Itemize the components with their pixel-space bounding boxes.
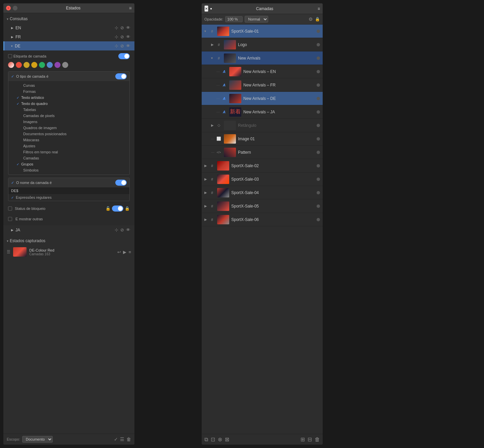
menu-icon[interactable]: ≡ xyxy=(129,5,132,11)
camadas-min-button[interactable] xyxy=(210,8,212,9)
swatch-purple[interactable] xyxy=(54,62,61,68)
ja-target-icon[interactable]: ⊹ xyxy=(115,227,118,232)
sportx3-expand[interactable]: ▶ xyxy=(204,177,209,181)
filter-formas[interactable]: Formas xyxy=(8,88,129,95)
sportx5-dot[interactable] xyxy=(317,204,320,208)
filter-curvas[interactable]: Curvas xyxy=(8,82,129,88)
filter-documentos[interactable]: Documentos posicionados xyxy=(8,131,129,137)
layer-newarr[interactable]: ▾ # New Arrivals xyxy=(202,51,323,65)
layer-tag-checkbox[interactable] xyxy=(8,54,12,58)
type-filter-header[interactable]: ✓ O tipo de camada é xyxy=(8,72,129,81)
layer-pattern[interactable]: — </> Pattern xyxy=(202,146,323,159)
filter-pixels[interactable]: Camadas de pixels xyxy=(8,113,129,119)
type-filter-toggle[interactable] xyxy=(115,73,127,79)
layer-image01[interactable]: — ⬜ Image 01 xyxy=(202,132,323,146)
show-others-checkbox[interactable] xyxy=(8,217,12,221)
minimize-button[interactable] xyxy=(13,6,17,10)
pattern-dot[interactable] xyxy=(317,151,320,154)
filter-grupos[interactable]: ✓Grupos xyxy=(8,161,129,167)
rect-expand[interactable]: ▶ xyxy=(211,123,216,127)
cam-fx-clear-icon[interactable]: ⊗ xyxy=(218,436,222,443)
de-target-icon[interactable]: ⊹ xyxy=(115,43,118,48)
image01-expand[interactable]: — xyxy=(211,137,216,141)
cam-duplicate-icon[interactable]: ⧉ xyxy=(204,437,208,443)
consultas-section-header[interactable]: ▾ Consultas xyxy=(3,14,134,23)
layer-newarr-fr[interactable]: — A New Arrivals – FR xyxy=(202,78,323,92)
footer-list-icon[interactable]: ☰ xyxy=(120,437,124,442)
blend-mode-select[interactable]: Normal Multiply Screen xyxy=(245,16,268,23)
en-filter-icon[interactable]: ⊘ xyxy=(120,25,124,30)
footer-apply-icon[interactable]: ✓ xyxy=(114,437,118,442)
query-row-ja[interactable]: ▶ JA ⊹ ⊘ 👁 xyxy=(3,225,134,234)
de-filter-icon[interactable]: ⊘ xyxy=(120,43,124,48)
newarren-expand[interactable]: — xyxy=(216,70,221,73)
layer-sportx1[interactable]: ▾ # SportX-Sale-01 xyxy=(202,25,323,38)
filter-camadas[interactable]: Camadas xyxy=(8,155,129,161)
ja-filter-icon[interactable]: ⊘ xyxy=(120,227,124,232)
filter-texto-quadro[interactable]: ✓Texto do quadro xyxy=(8,101,129,107)
newarr-dot[interactable] xyxy=(317,57,320,60)
en-target-icon[interactable]: ⊹ xyxy=(115,25,118,30)
newarren-dot[interactable] xyxy=(317,70,320,73)
layer-sportx4[interactable]: ▶ # SportX-Sale-04 xyxy=(202,186,323,199)
ja-eye-icon[interactable]: 👁 xyxy=(126,227,130,232)
lock-open-icon[interactable]: 🔓 xyxy=(106,206,111,211)
layer-sportx3[interactable]: ▶ # SportX-Sale-03 xyxy=(202,173,323,186)
more-icon[interactable]: ≡ xyxy=(128,250,131,255)
cam-hatching-icon[interactable]: ⊠ xyxy=(225,436,229,443)
sportx5-expand[interactable]: ▶ xyxy=(204,204,209,208)
newarrde-expand[interactable]: — xyxy=(216,97,221,100)
lock-closed-icon[interactable]: 🔒 xyxy=(125,206,130,211)
pattern-expand[interactable]: — xyxy=(211,150,216,154)
newarrfr-dot[interactable] xyxy=(317,83,320,87)
filter-texto-artistico[interactable]: ✓Texto artístico xyxy=(8,95,129,101)
newarr-expand[interactable]: ▾ xyxy=(211,56,216,60)
filter-filtros[interactable]: Filtros em tempo real xyxy=(8,149,129,155)
close-button[interactable]: × xyxy=(6,6,11,10)
cam-delete-icon[interactable]: 🗑 xyxy=(315,437,320,443)
swatch-gray[interactable] xyxy=(62,62,68,68)
camadas-menu-icon[interactable]: ≡ xyxy=(318,6,320,11)
newarrja-expand[interactable]: — xyxy=(216,110,221,114)
sportx4-expand[interactable]: ▶ xyxy=(204,191,209,194)
newarrfr-expand[interactable]: — xyxy=(216,83,221,87)
query-row-fr[interactable]: ▶ FR ⊹ ⊘ 👁 xyxy=(3,32,134,41)
sportx6-expand[interactable]: ▶ xyxy=(204,218,209,221)
layer-newarr-en[interactable]: — A New Arrivals – EN xyxy=(202,65,323,78)
swatch-orange[interactable] xyxy=(24,62,30,68)
de-eye-icon[interactable]: 👁 xyxy=(126,43,130,48)
sportx4-dot[interactable] xyxy=(317,191,320,194)
swatch-red[interactable] xyxy=(16,62,22,68)
undo-icon[interactable]: ↩ xyxy=(117,250,121,255)
filter-quadros[interactable]: Quadros de imagem xyxy=(8,125,129,131)
filter-tabelas[interactable]: Tabelas xyxy=(8,107,129,113)
captured-section-header[interactable]: ▾ Estados capturados xyxy=(3,236,134,245)
name-filter-toggle[interactable] xyxy=(115,180,127,186)
layer-rectangle[interactable]: ▶ ◇ Retângulo xyxy=(202,119,323,132)
layer-logo[interactable]: ▶ # Logo xyxy=(202,38,323,51)
layer-sportx6[interactable]: ▶ # SportX-Sale-06 xyxy=(202,213,323,226)
query-row-de[interactable]: ▾ DE ⊹ ⊘ 👁 xyxy=(3,41,134,50)
image01-dot[interactable] xyxy=(317,137,320,141)
swatch-half[interactable] xyxy=(8,62,14,68)
layer-tag-toggle[interactable] xyxy=(118,53,130,59)
opacity-input[interactable] xyxy=(225,16,243,22)
logo-dot[interactable] xyxy=(317,43,320,46)
swatch-yellow[interactable] xyxy=(31,62,37,68)
sportx1-dot[interactable] xyxy=(317,30,320,33)
fr-target-icon[interactable]: ⊹ xyxy=(115,34,118,39)
layer-newarr-ja[interactable]: — A 新着 New Arrivals – JA xyxy=(202,105,323,119)
footer-delete-icon[interactable]: 🗑 xyxy=(126,437,131,442)
scope-select[interactable]: Documento xyxy=(22,436,53,443)
filter-mascaras[interactable]: Máscaras xyxy=(8,137,129,143)
sportx2-dot[interactable] xyxy=(317,164,320,167)
lock-checkbox[interactable] xyxy=(8,207,12,211)
layer-sportx5[interactable]: ▶ # SportX-Sale-05 xyxy=(202,199,323,213)
layer-newarr-de[interactable]: — A New Arrivals – DE xyxy=(202,92,323,105)
logo-expand[interactable]: ▶ xyxy=(211,43,216,46)
name-filter-input[interactable] xyxy=(8,187,129,194)
sportx3-dot[interactable] xyxy=(317,178,320,181)
lock-toggle[interactable] xyxy=(112,206,123,212)
cam-copy-style-icon[interactable]: ⊞ xyxy=(300,436,305,443)
fr-eye-icon[interactable]: 👁 xyxy=(126,34,130,39)
